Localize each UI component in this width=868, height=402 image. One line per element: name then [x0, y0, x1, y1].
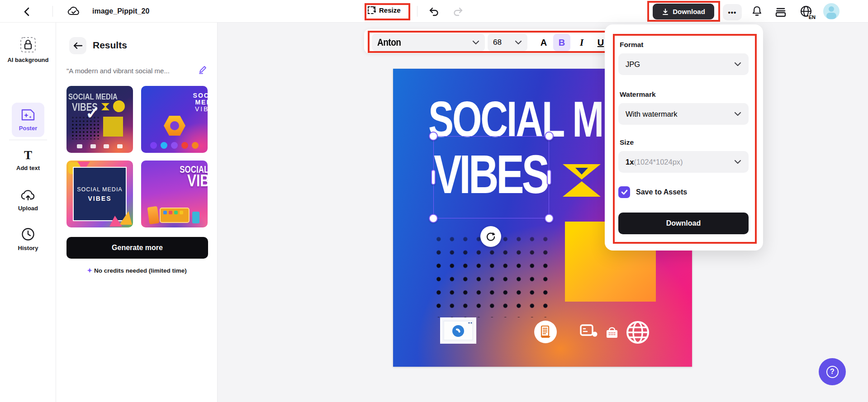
hourglass-shape — [563, 164, 601, 197]
watermark-value: With watermark — [626, 110, 678, 118]
poster-icon — [20, 108, 36, 122]
size-label: Size — [620, 138, 634, 147]
resize-button[interactable]: Resize — [367, 6, 401, 14]
thumb-title: MEDIA — [175, 99, 208, 105]
pencil-icon — [198, 65, 207, 74]
result-thumbnail-4[interactable]: SOCIAL MEDIA VIBES — [141, 161, 208, 227]
format-select[interactable]: JPG — [618, 53, 749, 75]
results-panel: Results "A modern and vibrant social me.… — [56, 23, 218, 402]
sidebar-item-label: AI background — [7, 56, 48, 64]
resize-handle-left[interactable] — [431, 170, 436, 185]
resize-handle-top-left[interactable] — [429, 132, 438, 141]
thumb-frame: SOCIAL MEDIA VIBES — [73, 167, 127, 221]
sidebar-item-upload[interactable]: Upload — [5, 188, 51, 213]
basket-icon — [605, 326, 619, 339]
printer-button[interactable] — [773, 5, 788, 19]
result-thumbnail-2[interactable]: SOCIAL MEDIA VIBES — [141, 86, 208, 153]
size-select[interactable]: 1x (1024*1024px) — [618, 151, 749, 173]
social-icons-row — [141, 142, 208, 149]
sidebar-item-label: History — [18, 244, 38, 252]
results-back-button[interactable] — [69, 37, 86, 54]
hourglass-shape — [101, 103, 109, 110]
checkbox-checked[interactable] — [618, 186, 630, 198]
header-divider — [52, 6, 53, 17]
thumb-title: VIBES — [175, 106, 208, 112]
undo-button[interactable] — [427, 5, 441, 18]
ellipsis-icon: ••• — [728, 9, 737, 16]
sidebar-item-add-text[interactable]: T Add text — [5, 149, 51, 172]
resize-icon — [367, 6, 376, 14]
bell-icon — [751, 5, 763, 17]
results-title: Results — [93, 40, 127, 51]
sidebar-item-label: Add text — [16, 164, 40, 172]
resize-handle-right[interactable] — [547, 170, 551, 185]
font-family-select[interactable]: Anton — [372, 34, 485, 51]
resize-handle-bottom-right[interactable] — [545, 214, 554, 223]
chevron-down-icon — [515, 40, 522, 45]
rotate-handle[interactable] — [480, 226, 501, 247]
sidebar-item-ai-background[interactable]: AI background — [5, 36, 51, 64]
avatar-body — [826, 13, 836, 19]
resize-handle-top-right[interactable] — [545, 132, 554, 141]
text-format-toolbar: Anton 68 A B I U — [364, 29, 617, 53]
language-button[interactable]: EN — [798, 5, 814, 19]
tool-sidebar: AI background Poster T Add text Upload — [0, 23, 56, 402]
edit-prompt-button[interactable] — [198, 65, 207, 76]
download-icon — [662, 8, 669, 15]
size-detail: (1024*1024px) — [634, 158, 683, 166]
watermark-label: Watermark — [620, 90, 656, 99]
size-value: 1x — [626, 158, 634, 166]
globe-icon — [626, 320, 650, 345]
app-root: image_Pippit_20 Resize — [0, 0, 868, 402]
browser-phone-icon — [440, 317, 476, 344]
sidebar-item-poster[interactable]: Poster — [12, 103, 44, 137]
more-options-button[interactable]: ••• — [723, 4, 742, 20]
font-size-select[interactable]: 68 — [488, 34, 527, 51]
upload-cloud-icon — [20, 188, 36, 202]
corner-shape — [109, 216, 122, 227]
back-button[interactable] — [21, 5, 33, 18]
phone-shape — [147, 206, 159, 225]
sidebar-item-label: Upload — [18, 204, 38, 213]
watermark-select[interactable]: With watermark — [618, 103, 749, 125]
notifications-button[interactable] — [750, 5, 764, 18]
generate-more-button[interactable]: Generate more — [66, 237, 208, 259]
bold-button[interactable]: B — [553, 34, 570, 51]
thumb-title: VIBES — [175, 173, 208, 189]
format-label: Format — [620, 41, 644, 49]
chevron-down-icon — [734, 62, 741, 66]
question-mark-icon: ? — [826, 366, 839, 378]
credits-note: ✦No credits needed (limited time) — [56, 267, 218, 274]
result-thumbnail-3[interactable]: SOCIAL MEDIA VIBES — [66, 161, 133, 227]
resize-handle-bottom-left[interactable] — [429, 214, 438, 223]
redo-button[interactable] — [451, 5, 465, 18]
hexagon-badge — [164, 116, 185, 136]
save-to-assets-option[interactable]: Save to Assets — [618, 186, 687, 198]
thumb-icon-row — [66, 144, 133, 148]
sidebar-item-label: Poster — [19, 124, 37, 132]
download-button[interactable]: Download — [653, 4, 714, 19]
panel-download-button[interactable]: Download — [618, 213, 749, 234]
italic-button[interactable]: I — [573, 34, 590, 51]
text-icon: T — [24, 149, 32, 161]
undo-icon — [428, 6, 439, 16]
credits-note-text: No credits needed (limited time) — [94, 267, 187, 274]
user-avatar[interactable] — [823, 3, 840, 19]
language-label: EN — [808, 14, 816, 20]
chevron-down-icon — [734, 112, 741, 116]
thumb-title: SOCIAL MEDIA — [66, 92, 119, 101]
help-button[interactable]: ? — [819, 358, 846, 385]
document-badge-icon — [534, 320, 557, 344]
selection-box[interactable] — [433, 136, 549, 218]
ai-background-icon — [19, 36, 37, 53]
sidebar-item-history[interactable]: History — [5, 227, 51, 252]
arrow-left-icon — [73, 42, 83, 50]
phone-shape — [192, 212, 199, 223]
printer-icon — [774, 6, 787, 18]
font-family-value: Anton — [377, 37, 401, 48]
text-color-button[interactable]: A — [535, 34, 552, 51]
result-thumbnail-1[interactable]: SOCIAL MEDIA VIBES ✓ — [66, 86, 133, 153]
sparkle-icon: ✦ — [87, 267, 92, 274]
download-label: Download — [673, 8, 705, 15]
selected-check-icon: ✓ — [85, 103, 100, 123]
